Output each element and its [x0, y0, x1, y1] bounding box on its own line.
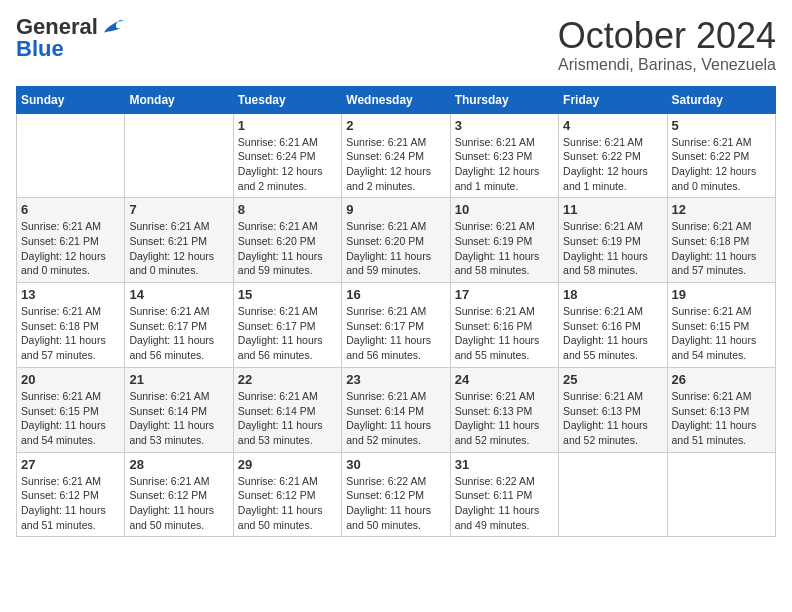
day-info: Sunrise: 6:22 AM Sunset: 6:11 PM Dayligh…: [455, 474, 554, 533]
day-info: Sunrise: 6:21 AM Sunset: 6:12 PM Dayligh…: [129, 474, 228, 533]
day-number: 17: [455, 287, 554, 302]
calendar-cell: 8Sunrise: 6:21 AM Sunset: 6:20 PM Daylig…: [233, 198, 341, 283]
day-number: 27: [21, 457, 120, 472]
calendar-cell: 13Sunrise: 6:21 AM Sunset: 6:18 PM Dayli…: [17, 283, 125, 368]
calendar-week-row: 20Sunrise: 6:21 AM Sunset: 6:15 PM Dayli…: [17, 367, 776, 452]
calendar-cell: 23Sunrise: 6:21 AM Sunset: 6:14 PM Dayli…: [342, 367, 450, 452]
day-header-wednesday: Wednesday: [342, 86, 450, 113]
day-info: Sunrise: 6:21 AM Sunset: 6:22 PM Dayligh…: [672, 135, 771, 194]
logo-general-text: General: [16, 16, 98, 38]
day-number: 7: [129, 202, 228, 217]
calendar-cell: 31Sunrise: 6:22 AM Sunset: 6:11 PM Dayli…: [450, 452, 558, 537]
calendar-cell: 19Sunrise: 6:21 AM Sunset: 6:15 PM Dayli…: [667, 283, 775, 368]
calendar-cell: [125, 113, 233, 198]
day-header-friday: Friday: [559, 86, 667, 113]
calendar-week-row: 27Sunrise: 6:21 AM Sunset: 6:12 PM Dayli…: [17, 452, 776, 537]
day-info: Sunrise: 6:21 AM Sunset: 6:16 PM Dayligh…: [563, 304, 662, 363]
day-number: 9: [346, 202, 445, 217]
day-info: Sunrise: 6:21 AM Sunset: 6:15 PM Dayligh…: [672, 304, 771, 363]
day-number: 14: [129, 287, 228, 302]
month-title: October 2024: [558, 16, 776, 56]
day-number: 23: [346, 372, 445, 387]
day-info: Sunrise: 6:21 AM Sunset: 6:19 PM Dayligh…: [563, 219, 662, 278]
day-number: 22: [238, 372, 337, 387]
day-number: 12: [672, 202, 771, 217]
calendar-cell: [17, 113, 125, 198]
calendar-cell: 17Sunrise: 6:21 AM Sunset: 6:16 PM Dayli…: [450, 283, 558, 368]
calendar-cell: 11Sunrise: 6:21 AM Sunset: 6:19 PM Dayli…: [559, 198, 667, 283]
page-header: General Blue October 2024 Arismendi, Bar…: [16, 16, 776, 74]
calendar-table: SundayMondayTuesdayWednesdayThursdayFrid…: [16, 86, 776, 538]
day-info: Sunrise: 6:21 AM Sunset: 6:21 PM Dayligh…: [21, 219, 120, 278]
day-number: 1: [238, 118, 337, 133]
day-number: 13: [21, 287, 120, 302]
day-info: Sunrise: 6:21 AM Sunset: 6:23 PM Dayligh…: [455, 135, 554, 194]
title-block: October 2024 Arismendi, Barinas, Venezue…: [558, 16, 776, 74]
day-info: Sunrise: 6:21 AM Sunset: 6:24 PM Dayligh…: [238, 135, 337, 194]
day-number: 21: [129, 372, 228, 387]
day-number: 11: [563, 202, 662, 217]
calendar-cell: 5Sunrise: 6:21 AM Sunset: 6:22 PM Daylig…: [667, 113, 775, 198]
logo-bird-icon: [100, 18, 124, 36]
calendar-week-row: 1Sunrise: 6:21 AM Sunset: 6:24 PM Daylig…: [17, 113, 776, 198]
day-info: Sunrise: 6:21 AM Sunset: 6:12 PM Dayligh…: [238, 474, 337, 533]
day-header-sunday: Sunday: [17, 86, 125, 113]
location-title: Arismendi, Barinas, Venezuela: [558, 56, 776, 74]
day-number: 30: [346, 457, 445, 472]
day-info: Sunrise: 6:21 AM Sunset: 6:18 PM Dayligh…: [672, 219, 771, 278]
day-number: 28: [129, 457, 228, 472]
logo: General Blue: [16, 16, 124, 60]
day-info: Sunrise: 6:21 AM Sunset: 6:14 PM Dayligh…: [346, 389, 445, 448]
day-info: Sunrise: 6:21 AM Sunset: 6:21 PM Dayligh…: [129, 219, 228, 278]
calendar-cell: 29Sunrise: 6:21 AM Sunset: 6:12 PM Dayli…: [233, 452, 341, 537]
day-info: Sunrise: 6:21 AM Sunset: 6:15 PM Dayligh…: [21, 389, 120, 448]
calendar-cell: 22Sunrise: 6:21 AM Sunset: 6:14 PM Dayli…: [233, 367, 341, 452]
day-number: 18: [563, 287, 662, 302]
calendar-cell: 18Sunrise: 6:21 AM Sunset: 6:16 PM Dayli…: [559, 283, 667, 368]
day-header-thursday: Thursday: [450, 86, 558, 113]
day-number: 20: [21, 372, 120, 387]
day-info: Sunrise: 6:21 AM Sunset: 6:20 PM Dayligh…: [238, 219, 337, 278]
calendar-header-row: SundayMondayTuesdayWednesdayThursdayFrid…: [17, 86, 776, 113]
day-info: Sunrise: 6:21 AM Sunset: 6:14 PM Dayligh…: [129, 389, 228, 448]
day-number: 25: [563, 372, 662, 387]
day-header-monday: Monday: [125, 86, 233, 113]
day-info: Sunrise: 6:21 AM Sunset: 6:16 PM Dayligh…: [455, 304, 554, 363]
day-info: Sunrise: 6:21 AM Sunset: 6:18 PM Dayligh…: [21, 304, 120, 363]
day-number: 26: [672, 372, 771, 387]
calendar-cell: 2Sunrise: 6:21 AM Sunset: 6:24 PM Daylig…: [342, 113, 450, 198]
day-info: Sunrise: 6:21 AM Sunset: 6:14 PM Dayligh…: [238, 389, 337, 448]
day-info: Sunrise: 6:21 AM Sunset: 6:13 PM Dayligh…: [455, 389, 554, 448]
logo-blue-text: Blue: [16, 38, 64, 60]
day-header-tuesday: Tuesday: [233, 86, 341, 113]
day-info: Sunrise: 6:21 AM Sunset: 6:17 PM Dayligh…: [238, 304, 337, 363]
day-number: 15: [238, 287, 337, 302]
calendar-cell: 28Sunrise: 6:21 AM Sunset: 6:12 PM Dayli…: [125, 452, 233, 537]
day-number: 24: [455, 372, 554, 387]
calendar-cell: 21Sunrise: 6:21 AM Sunset: 6:14 PM Dayli…: [125, 367, 233, 452]
calendar-cell: 30Sunrise: 6:22 AM Sunset: 6:12 PM Dayli…: [342, 452, 450, 537]
day-header-saturday: Saturday: [667, 86, 775, 113]
calendar-cell: 15Sunrise: 6:21 AM Sunset: 6:17 PM Dayli…: [233, 283, 341, 368]
day-info: Sunrise: 6:21 AM Sunset: 6:22 PM Dayligh…: [563, 135, 662, 194]
calendar-cell: 7Sunrise: 6:21 AM Sunset: 6:21 PM Daylig…: [125, 198, 233, 283]
day-info: Sunrise: 6:22 AM Sunset: 6:12 PM Dayligh…: [346, 474, 445, 533]
calendar-cell: 1Sunrise: 6:21 AM Sunset: 6:24 PM Daylig…: [233, 113, 341, 198]
day-number: 31: [455, 457, 554, 472]
calendar-cell: 6Sunrise: 6:21 AM Sunset: 6:21 PM Daylig…: [17, 198, 125, 283]
calendar-week-row: 13Sunrise: 6:21 AM Sunset: 6:18 PM Dayli…: [17, 283, 776, 368]
calendar-cell: [559, 452, 667, 537]
day-number: 8: [238, 202, 337, 217]
calendar-cell: 16Sunrise: 6:21 AM Sunset: 6:17 PM Dayli…: [342, 283, 450, 368]
day-info: Sunrise: 6:21 AM Sunset: 6:13 PM Dayligh…: [672, 389, 771, 448]
day-number: 29: [238, 457, 337, 472]
day-info: Sunrise: 6:21 AM Sunset: 6:17 PM Dayligh…: [129, 304, 228, 363]
calendar-cell: 26Sunrise: 6:21 AM Sunset: 6:13 PM Dayli…: [667, 367, 775, 452]
day-info: Sunrise: 6:21 AM Sunset: 6:20 PM Dayligh…: [346, 219, 445, 278]
day-number: 16: [346, 287, 445, 302]
day-info: Sunrise: 6:21 AM Sunset: 6:12 PM Dayligh…: [21, 474, 120, 533]
calendar-cell: [667, 452, 775, 537]
calendar-body: 1Sunrise: 6:21 AM Sunset: 6:24 PM Daylig…: [17, 113, 776, 537]
day-info: Sunrise: 6:21 AM Sunset: 6:19 PM Dayligh…: [455, 219, 554, 278]
calendar-cell: 3Sunrise: 6:21 AM Sunset: 6:23 PM Daylig…: [450, 113, 558, 198]
